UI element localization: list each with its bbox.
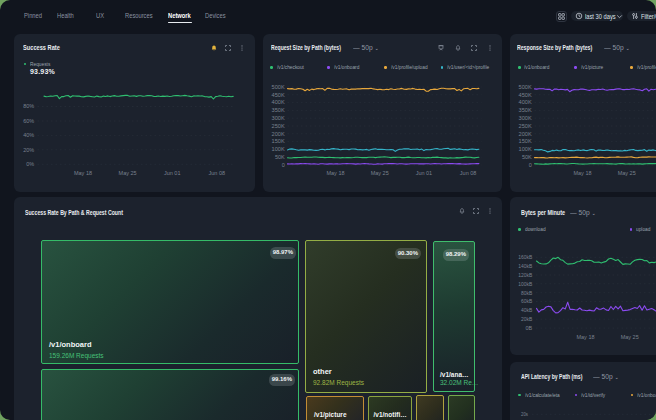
- svg-text:140kB: 140kB: [518, 263, 532, 269]
- svg-text:450K: 450K: [271, 92, 285, 98]
- svg-text:40kB: 40kB: [521, 307, 532, 313]
- svg-text:Jun 01: Jun 01: [164, 170, 181, 176]
- svg-text:150K: 150K: [518, 138, 532, 144]
- svg-text:250K: 250K: [518, 123, 532, 129]
- svg-text:60kB: 60kB: [521, 298, 532, 304]
- svg-text:150K: 150K: [271, 138, 285, 144]
- svg-text:100kB: 100kB: [518, 281, 532, 287]
- svg-text:0%: 0%: [26, 161, 34, 167]
- svg-text:40%: 40%: [23, 132, 34, 138]
- svg-text:160kB: 160kB: [518, 254, 532, 260]
- svg-text:400K: 400K: [518, 99, 532, 105]
- svg-text:May 25: May 25: [617, 170, 635, 176]
- svg-text:500K: 500K: [518, 84, 532, 90]
- svg-text:60%: 60%: [23, 118, 34, 124]
- svg-text:20s: 20s: [521, 411, 528, 417]
- svg-text:100K: 100K: [518, 146, 532, 152]
- svg-text:May 18: May 18: [74, 170, 92, 176]
- svg-text:0: 0: [281, 162, 284, 168]
- svg-text:Jun 08: Jun 08: [209, 170, 226, 176]
- svg-text:Jun 08: Jun 08: [459, 170, 476, 176]
- svg-text:0B: 0B: [525, 325, 532, 331]
- svg-text:400K: 400K: [271, 99, 285, 105]
- svg-text:May 25: May 25: [620, 334, 638, 340]
- svg-text:May 18: May 18: [326, 170, 344, 176]
- svg-text:May 25: May 25: [370, 170, 388, 176]
- svg-text:Jun 01: Jun 01: [415, 170, 432, 176]
- svg-text:May 18: May 18: [573, 170, 591, 176]
- svg-text:500K: 500K: [271, 84, 285, 90]
- svg-text:0: 0: [528, 162, 531, 168]
- svg-text:20%: 20%: [23, 147, 34, 153]
- svg-text:May 25: May 25: [119, 170, 137, 176]
- svg-text:100K: 100K: [271, 146, 285, 152]
- svg-text:20kB: 20kB: [521, 316, 532, 322]
- svg-text:80%: 80%: [23, 103, 34, 109]
- svg-text:350K: 350K: [518, 107, 532, 113]
- svg-text:350K: 350K: [271, 107, 285, 113]
- svg-text:May 18: May 18: [576, 334, 594, 340]
- svg-text:50K: 50K: [521, 154, 531, 160]
- svg-text:80kB: 80kB: [521, 290, 532, 296]
- svg-text:200K: 200K: [518, 131, 532, 137]
- svg-text:120kB: 120kB: [518, 272, 532, 278]
- svg-text:250K: 250K: [271, 123, 285, 129]
- svg-text:200K: 200K: [271, 131, 285, 137]
- svg-text:300K: 300K: [271, 115, 285, 121]
- svg-text:450K: 450K: [518, 92, 532, 98]
- svg-text:50K: 50K: [274, 154, 284, 160]
- svg-text:300K: 300K: [518, 115, 532, 121]
